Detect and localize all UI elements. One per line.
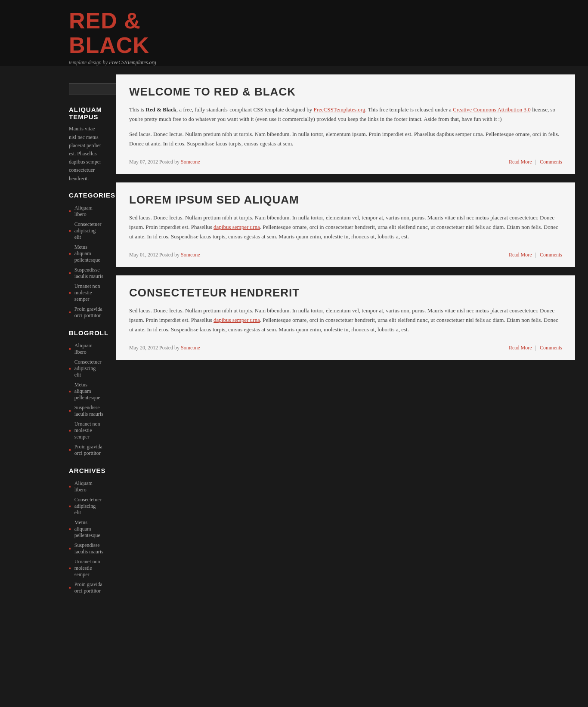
blogroll-link[interactable]: Metus aliquam pellentesque <box>74 382 103 401</box>
category-link[interactable]: Aliquam libero <box>74 205 103 218</box>
article-2-read-more[interactable]: Read More <box>509 252 532 258</box>
article-1-read-more[interactable]: Read More <box>509 159 532 165</box>
article-1-meta-left: May 07, 2012 Posted by Someone <box>129 159 200 165</box>
dapibus-link-2[interactable]: dapibus semper urna <box>214 224 260 230</box>
archive-link[interactable]: Aliquam libero <box>74 480 103 493</box>
article-1-meta: May 07, 2012 Posted by Someone Read More… <box>129 154 562 165</box>
archive-link[interactable]: Suspendisse iaculis mauris <box>74 542 103 555</box>
list-item: Proin gravida orci porttitor <box>69 442 103 458</box>
article-2-meta: May 01, 2012 Posted by Someone Read More… <box>129 247 562 258</box>
article-1-body1: This is Red & Black, a free, fully stand… <box>129 105 562 124</box>
article-3-comments[interactable]: Comments <box>540 345 562 351</box>
archive-link[interactable]: Consectetuer adipiscing elit <box>74 497 103 516</box>
archives-heading: ARCHIVES <box>69 467 103 474</box>
list-item: Metus aliquam pellentesque <box>69 380 103 403</box>
categories-list: Aliquam libero Consectetuer adipiscing e… <box>69 203 103 321</box>
aliquam-heading: ALIQUAM TEMPUS <box>69 106 103 120</box>
categories-heading: CATEGORIES <box>69 191 103 199</box>
article-2: LOREM IPSUM SED ALIQUAM Sed lacus. Donec… <box>116 182 575 267</box>
article-1-title: WELCOME TO RED & BLACK <box>129 85 562 99</box>
article-3-body: Sed lacus. Donec lectus. Nullam pretium … <box>129 306 562 334</box>
article-3-title: CONSECTETEUR HENDRERIT <box>129 286 562 299</box>
dapibus-link-3[interactable]: dapibus semper urna <box>214 317 260 323</box>
article-1-body2: Sed lacus. Donec lectus. Nullam pretium … <box>129 130 562 148</box>
article-1-meta-right: Read More | Comments <box>509 159 562 165</box>
search-form: GO <box>69 83 103 95</box>
creative-commons-link[interactable]: Creative Commons Attribution 3.0 <box>453 106 531 113</box>
blogroll-link[interactable]: Urnanet non molestie semper <box>74 421 103 440</box>
blogroll-heading: BLOGROLL <box>69 329 103 337</box>
article-2-date: May 01, 2012 <box>129 252 158 258</box>
article-2-posted-by: Posted by <box>159 252 181 258</box>
list-item: Aliquam libero <box>69 203 103 219</box>
article-3-posted-by: Posted by <box>159 345 181 351</box>
article-1-separator: | <box>535 159 536 165</box>
archive-link[interactable]: Metus aliquam pellentesque <box>74 519 103 539</box>
article-1-posted-by: Posted by <box>159 159 181 165</box>
site-title: RED & BLACK <box>69 9 588 58</box>
list-item: Proin gravida orci porttitor <box>69 580 103 596</box>
article-3-separator: | <box>535 345 536 351</box>
blogroll-link[interactable]: Aliquam libero <box>74 343 103 355</box>
blogroll-link[interactable]: Suspendisse iaculis mauris <box>74 404 103 417</box>
archives-list: Aliquam libero Consectetuer adipiscing e… <box>69 479 103 596</box>
category-link[interactable]: Urnanet non molestie semper <box>74 283 103 303</box>
list-item: Proin gravida orci porttitor <box>69 304 103 321</box>
article-3-date: May 20, 2012 <box>129 345 158 351</box>
list-item: Suspendisse iaculis mauris <box>69 540 103 557</box>
article-2-separator: | <box>535 252 536 258</box>
article-2-body: Sed lacus. Donec lectus. Nullam pretium … <box>129 213 562 241</box>
article-2-author[interactable]: Someone <box>181 252 200 258</box>
main-content: WELCOME TO RED & BLACK This is Red & Bla… <box>112 74 588 613</box>
article-2-title: LOREM IPSUM SED ALIQUAM <box>129 193 562 207</box>
sidebar: GO ALIQUAM TEMPUS Mauris vitae nisl nec … <box>0 74 112 613</box>
list-item: Consectetuer adipiscing elit <box>69 219 103 242</box>
blogroll-link[interactable]: Consectetuer adipiscing elit <box>74 359 103 378</box>
freecss-link[interactable]: FreeCSSTemplates.org <box>314 106 365 113</box>
list-item: Urnanet non molestie semper <box>69 557 103 580</box>
list-item: Consectetuer adipiscing elit <box>69 357 103 380</box>
list-item: Aliquam libero <box>69 341 103 357</box>
category-link[interactable]: Proin gravida orci porttitor <box>74 306 103 319</box>
article-2-meta-left: May 01, 2012 Posted by Someone <box>129 252 200 258</box>
article-3-read-more[interactable]: Read More <box>509 345 532 351</box>
list-item: Urnanet non molestie semper <box>69 281 103 304</box>
list-item: Consectetuer adipiscing elit <box>69 495 103 518</box>
list-item: Suspendisse iaculis mauris <box>69 403 103 419</box>
article-3-meta: May 20, 2012 Posted by Someone Read More… <box>129 340 562 351</box>
article-2-meta-right: Read More | Comments <box>509 252 562 258</box>
list-item: Aliquam libero <box>69 479 103 495</box>
article-3-meta-right: Read More | Comments <box>509 345 562 351</box>
article-2-comments[interactable]: Comments <box>540 252 562 258</box>
list-item: Suspendisse iaculis mauris <box>69 265 103 281</box>
list-item: Metus aliquam pellentesque <box>69 242 103 265</box>
archive-link[interactable]: Proin gravida orci porttitor <box>74 581 103 594</box>
article-3-author[interactable]: Someone <box>181 345 200 351</box>
site-tagline: template design by FreeCSSTemplates.org <box>69 59 588 66</box>
blogroll-list: Aliquam libero Consectetuer adipiscing e… <box>69 341 103 458</box>
category-link[interactable]: Consectetuer adipiscing elit <box>74 221 103 241</box>
list-item: Urnanet non molestie semper <box>69 419 103 442</box>
category-link[interactable]: Metus aliquam pellentesque <box>74 244 103 263</box>
archive-link[interactable]: Urnanet non molestie semper <box>74 559 103 578</box>
article-1-author[interactable]: Someone <box>181 159 200 165</box>
article-1: WELCOME TO RED & BLACK This is Red & Bla… <box>116 74 575 173</box>
article-3: CONSECTETEUR HENDRERIT Sed lacus. Donec … <box>116 275 575 360</box>
article-1-comments[interactable]: Comments <box>540 159 562 165</box>
list-item: Metus aliquam pellentesque <box>69 518 103 540</box>
article-3-meta-left: May 20, 2012 Posted by Someone <box>129 345 200 351</box>
tagline-link[interactable]: FreeCSSTemplates.org <box>109 59 156 65</box>
article-1-date: May 07, 2012 <box>129 159 158 165</box>
aliquam-text: Mauris vitae nisl nec metus placerat per… <box>69 125 103 182</box>
category-link[interactable]: Suspendisse iaculis mauris <box>74 267 103 280</box>
blogroll-link[interactable]: Proin gravida orci porttitor <box>74 444 103 457</box>
